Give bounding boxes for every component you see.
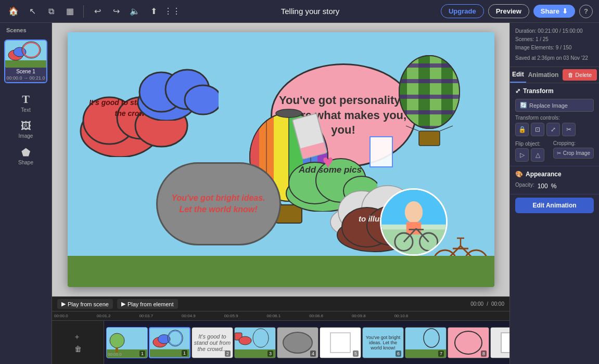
- opacity-value: 100: [538, 183, 548, 190]
- play-element-icon: ▶: [121, 301, 125, 307]
- rp-tabs-row: Edit Animation 🗑 Delete: [510, 67, 599, 83]
- svg-point-104: [455, 331, 482, 354]
- timeline-thumb-3[interactable]: 3: [234, 327, 276, 358]
- apps-icon[interactable]: ⋮⋮: [165, 4, 180, 19]
- replace-image-button[interactable]: 🔄 Replace Image: [515, 99, 594, 112]
- right-panel: Duration: 00:21:00 / 15:00:00 Scenes: 1 …: [509, 23, 599, 364]
- transform-controls-label: Transform controls:: [515, 115, 594, 121]
- scissors-icon[interactable]: ✂: [562, 123, 576, 136]
- image-tool-label: Image: [19, 133, 33, 139]
- transform-icons-group: 🔒 ⊡ ⤢ ✂: [515, 123, 594, 136]
- plus-icon: ＋: [73, 332, 81, 342]
- redo-icon[interactable]: ↪: [109, 4, 123, 19]
- timeline-time-display: 00:00: [470, 301, 483, 307]
- blue-cloud[interactable]: [135, 63, 219, 121]
- undo-icon[interactable]: ↩: [90, 4, 105, 19]
- tools-section: T Text 🖼 Image ⬟ Shape: [0, 85, 52, 364]
- home-icon[interactable]: 🏠: [6, 4, 21, 19]
- topbar-left: 🏠 ↖ ⧉ ▦ ↩ ↪ 🔈 ⬆ ⋮⋮: [6, 4, 180, 19]
- main-area: Scenes Scene 1 00:00.0 → 00:21.0 T Text: [0, 23, 599, 364]
- image-icon: 🖼: [21, 120, 31, 132]
- grass: [68, 256, 494, 287]
- lock-icon[interactable]: 🔒: [515, 123, 529, 136]
- timeline-thumb-5[interactable]: 5: [320, 327, 361, 358]
- svg-rect-43: [396, 79, 463, 83]
- scene-1-thumb[interactable]: Scene 1 00:00.0 → 00:21.0: [4, 40, 47, 83]
- opacity-control: Opacity: 100 %: [515, 182, 594, 190]
- grid-icon[interactable]: ▦: [62, 4, 77, 19]
- svg-rect-106: [501, 333, 509, 353]
- timeline-thumb-7[interactable]: 7: [405, 327, 447, 358]
- text-tool[interactable]: T Text: [5, 89, 47, 116]
- svg-line-49: [406, 126, 419, 131]
- timeline-ruler: 00:00.0 00:01.2 00:03.7 00:04.9 00:05.9 …: [52, 311, 509, 321]
- edit-animation-button[interactable]: Edit Animation: [515, 198, 594, 213]
- canvas-area: It's good to stand out from the crowd...: [52, 23, 509, 296]
- transform-icon: ⤢: [515, 87, 520, 95]
- trash-icon: 🗑: [568, 72, 573, 78]
- crop-aspect-icon[interactable]: ⊡: [531, 123, 544, 136]
- timeline-thumb-6[interactable]: You've got bright ideas. Let the world k…: [362, 327, 404, 358]
- timeline-thumb-8[interactable]: 8: [448, 327, 489, 358]
- delete-button[interactable]: 🗑 Delete: [563, 69, 597, 81]
- help-button[interactable]: ?: [579, 5, 593, 18]
- transform-header: ⤢ Transform: [515, 87, 594, 95]
- flip-horizontal-icon[interactable]: ▷: [515, 148, 529, 162]
- share-button[interactable]: Share ⬇: [533, 5, 575, 18]
- play-from-scene-button[interactable]: ▶ Play from scene: [57, 299, 113, 309]
- timeline-thumb-9[interactable]: 9: [490, 327, 509, 358]
- scenes-label: Scenes: [6, 27, 27, 33]
- tab-edit[interactable]: Edit: [510, 67, 526, 83]
- svg-point-95: [239, 336, 251, 345]
- selected-element[interactable]: [369, 136, 393, 167]
- crop-image-button[interactable]: ✂ Crop Image: [553, 148, 594, 159]
- elements-info: Image Elements: 9 / 150: [515, 44, 594, 52]
- svg-rect-44: [396, 95, 463, 99]
- play-from-element-button[interactable]: ▶ Play from element: [117, 299, 178, 309]
- delete-scene-button[interactable]: 🗑: [74, 345, 82, 353]
- gray-cloud-content: You've got bright ideas. Let the world k…: [158, 185, 279, 224]
- duration-info: Duration: 00:21:00 / 15:00:00: [515, 27, 594, 35]
- svg-point-65: [404, 201, 422, 223]
- timeline-thumb-active[interactable]: 1: [149, 327, 190, 358]
- gray-cloud-text[interactable]: You've got bright ideas. Let the world k…: [156, 162, 281, 245]
- preview-button[interactable]: Preview: [488, 4, 529, 18]
- timeline-thumb-4[interactable]: 4: [277, 327, 318, 358]
- shape-icon: ⬟: [21, 146, 30, 159]
- scenes-info: Scenes: 1 / 25: [515, 35, 594, 44]
- add-scene-button[interactable]: ＋: [73, 332, 83, 342]
- copy-icon[interactable]: ⧉: [44, 4, 58, 19]
- volume-icon[interactable]: 🔈: [128, 4, 142, 19]
- scene-1-time: 00:00.0 → 00:21.0: [5, 75, 46, 82]
- topbar-right: Upgrade Preview Share ⬇ ?: [441, 4, 593, 18]
- balloon-right[interactable]: [396, 48, 463, 152]
- timeline-thumb-1[interactable]: 1 00:00.0: [106, 327, 148, 358]
- scene-1-image: [5, 41, 47, 68]
- image-tool[interactable]: 🖼 Image: [5, 117, 47, 142]
- saved-info: Saved at 2:36pm on 03 Nov '22: [515, 54, 594, 62]
- svg-rect-41: [453, 48, 463, 152]
- upgrade-button[interactable]: Upgrade: [441, 4, 484, 18]
- flip-vertical-icon[interactable]: △: [531, 148, 544, 162]
- appearance-header: 🎨 Appearance: [515, 171, 594, 178]
- topbar: 🏠 ↖ ⧉ ▦ ↩ ↪ 🔈 ⬆ ⋮⋮ Telling your story Up…: [0, 0, 599, 23]
- shape-tool[interactable]: ⬟ Shape: [5, 143, 47, 168]
- svg-point-97: [283, 332, 312, 353]
- svg-rect-99: [330, 333, 350, 353]
- cursor-icon[interactable]: ↖: [25, 4, 40, 19]
- text-tool-label: Text: [21, 107, 30, 113]
- scenes-header: Scenes: [0, 23, 52, 37]
- text-icon: T: [22, 93, 30, 106]
- scene-1-label: Scene 1: [5, 68, 46, 75]
- tab-animation[interactable]: Animation: [526, 68, 561, 82]
- expand-icon[interactable]: ⤢: [546, 123, 560, 136]
- appearance-section: 🎨 Appearance Opacity: 100 %: [510, 166, 599, 194]
- svg-rect-36: [396, 48, 407, 152]
- canvas-wrapper[interactable]: It's good to stand out from the crowd...: [52, 23, 509, 296]
- upload-icon[interactable]: ⬆: [146, 4, 161, 19]
- timeline-thumb-2[interactable]: It's good to stand out from the crowd...…: [192, 327, 233, 358]
- share-download-icon: ⬇: [562, 7, 568, 15]
- svg-point-32: [276, 109, 302, 118]
- heart[interactable]: ♥: [323, 151, 334, 173]
- canvas[interactable]: It's good to stand out from the crowd...: [68, 32, 494, 287]
